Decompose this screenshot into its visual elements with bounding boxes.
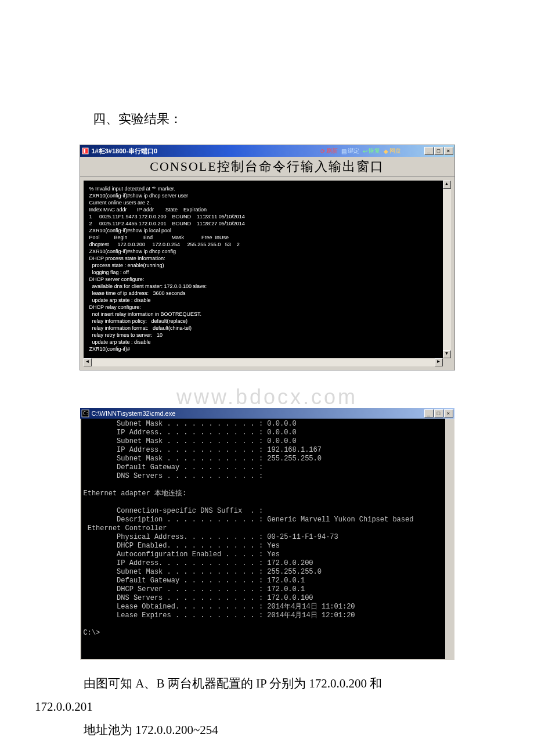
close-button[interactable]: × <box>444 409 453 417</box>
cmd-icon: C:\ <box>81 409 89 417</box>
scroll-track[interactable] <box>443 189 451 350</box>
scroll-track-h[interactable] <box>92 358 435 366</box>
body-paragraphs: 由图可知 A、B 两台机器配置的 IP 分别为 172.0.0.200 和 17… <box>35 674 499 739</box>
console-window: 1#柜3#1800-串行端口0 ⟳刷新 ▤绑定 ↩恢复 ◆网盘 _ □ × CO… <box>80 145 454 370</box>
terminal-output[interactable]: % Invalid input detected at '^' marker. … <box>84 181 451 358</box>
maximize-button[interactable]: □ <box>434 409 443 417</box>
close-button[interactable]: × <box>444 147 453 155</box>
titlebar-tags: ⟳刷新 ▤绑定 ↩恢复 ◆网盘 <box>320 147 401 155</box>
maximize-button[interactable]: □ <box>434 147 443 155</box>
body-line-1: 由图可知 A、B 两台机器配置的 IP 分别为 172.0.0.200 和 <box>84 676 382 690</box>
scroll-right-button[interactable]: ► <box>435 358 443 366</box>
section-heading: 四、实验结果： <box>93 110 499 128</box>
svg-rect-1 <box>84 149 85 153</box>
scroll-down-button[interactable]: ▼ <box>443 350 451 358</box>
minimize-button[interactable]: _ <box>424 409 434 417</box>
scroll-up-button[interactable]: ▲ <box>443 181 451 189</box>
watermark-text: www.bdocx.com <box>35 385 499 409</box>
tag-netdisk[interactable]: ◆网盘 <box>384 147 401 155</box>
app-icon <box>81 147 89 155</box>
svg-text:C:\: C:\ <box>83 411 89 416</box>
cmd-window: C:\ C:\WINNT\system32\cmd.exe _ □ × Subn… <box>80 408 454 660</box>
cmd-output[interactable]: Subnet Mask . . . . . . . . . . . : 0.0.… <box>80 419 454 660</box>
titlebar[interactable]: 1#柜3#1800-串行端口0 ⟳刷新 ▤绑定 ↩恢复 ◆网盘 _ □ × <box>80 145 454 157</box>
scroll-left-button[interactable]: ◄ <box>84 358 92 366</box>
tag-bind[interactable]: ▤绑定 <box>341 147 359 155</box>
horizontal-scrollbar[interactable]: ◄ ► <box>84 358 451 366</box>
body-line-1b: 172.0.0.201 <box>35 700 93 714</box>
cmd-titlebar[interactable]: C:\ C:\WINNT\system32\cmd.exe _ □ × <box>80 408 454 419</box>
window-title: 1#柜3#1800-串行端口0 <box>92 147 320 156</box>
tag-refresh[interactable]: ⟳刷新 <box>320 147 338 155</box>
vertical-scrollbar[interactable]: ▲ ▼ <box>443 181 451 358</box>
tag-restore[interactable]: ↩恢复 <box>363 147 380 155</box>
minimize-button[interactable]: _ <box>424 147 434 155</box>
console-header: CONSOLE控制台命令行输入输出窗口 <box>80 157 454 177</box>
scroll-corner <box>443 358 451 366</box>
cmd-window-title: C:\WINNT\system32\cmd.exe <box>92 410 424 417</box>
body-line-2: 地址池为 172.0.0.200~254 <box>84 723 218 737</box>
